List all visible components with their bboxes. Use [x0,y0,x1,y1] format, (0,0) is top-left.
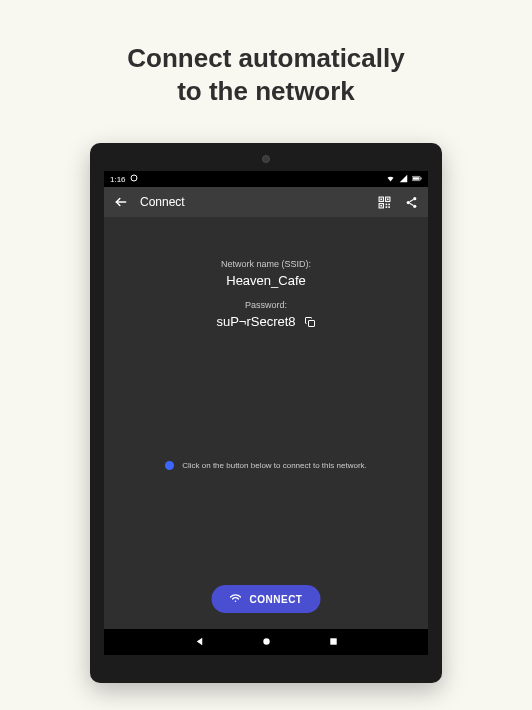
svg-rect-2 [413,177,420,180]
screen-title: Connect [140,195,366,209]
svg-rect-20 [308,320,314,326]
network-info-block: Network name (SSID): Heaven_Cafe Passwor… [216,259,315,329]
tablet-device-frame: 1:16 Connect [90,143,442,683]
status-app-icon [130,174,138,184]
connect-button-label: CONNECT [250,594,303,605]
svg-line-19 [410,203,414,205]
nav-back-icon[interactable] [194,633,205,651]
svg-rect-8 [387,198,389,200]
svg-rect-10 [380,204,382,206]
svg-point-15 [413,197,416,200]
app-title-bar: Connect [104,187,428,217]
wifi-icon [230,593,242,605]
svg-rect-12 [388,203,390,205]
nav-recent-icon[interactable] [328,633,339,651]
svg-point-0 [131,175,137,181]
nav-home-icon[interactable] [261,633,272,651]
headline-line1: Connect automatically [0,42,532,75]
ssid-value: Heaven_Cafe [216,273,315,288]
svg-rect-11 [386,203,388,205]
qr-code-icon[interactable] [378,196,391,209]
info-icon [165,461,174,470]
cellular-status-icon [399,174,408,185]
share-icon[interactable] [405,196,418,209]
front-camera [262,155,270,163]
svg-rect-6 [380,198,382,200]
svg-rect-14 [388,206,390,208]
svg-rect-23 [330,638,336,644]
password-value: suP¬rSecret8 [216,314,295,329]
main-content: Network name (SSID): Heaven_Cafe Passwor… [104,217,428,629]
copy-icon[interactable] [304,316,316,328]
svg-point-16 [407,200,410,203]
svg-point-21 [235,601,237,603]
svg-point-22 [263,638,269,644]
wifi-status-icon [386,174,395,185]
connect-button[interactable]: CONNECT [212,585,321,613]
status-bar: 1:16 [104,171,428,187]
svg-line-18 [410,199,414,201]
password-label: Password: [216,300,315,310]
svg-point-17 [413,204,416,207]
android-nav-bar [104,629,428,655]
marketing-headline: Connect automatically to the network [0,0,532,107]
svg-rect-3 [421,177,422,179]
headline-line2: to the network [0,75,532,108]
back-arrow-icon[interactable] [114,195,128,209]
ssid-label: Network name (SSID): [216,259,315,269]
status-time: 1:16 [110,175,126,184]
hint-row: Click on the button below to connect to … [104,461,428,470]
hint-text: Click on the button below to connect to … [182,461,367,470]
svg-rect-13 [386,206,388,208]
battery-status-icon [412,174,422,185]
tablet-screen: 1:16 Connect [104,171,428,655]
